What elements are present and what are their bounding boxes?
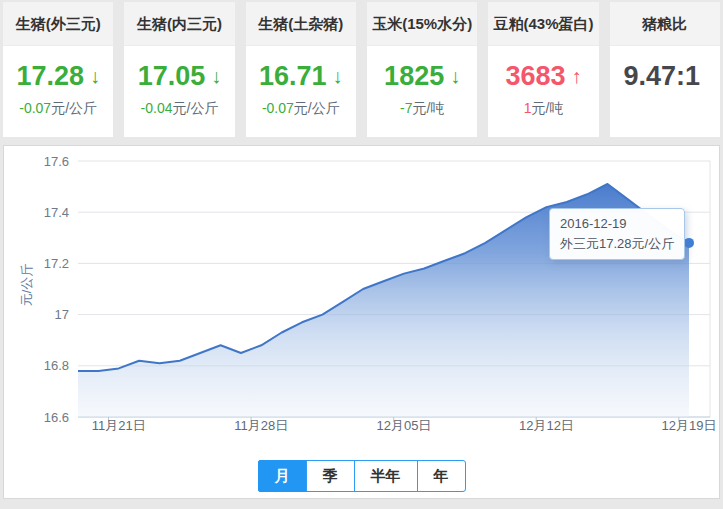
price-card-neisanyuan: 生猪(内三元) 17.05↓ -0.04元/公斤: [124, 2, 234, 137]
trend-down-icon: ↓: [333, 65, 343, 87]
trend-down-icon: ↓: [211, 65, 221, 87]
price-card-soybean-meal: 豆粕(43%蛋白) 3683↑ 1元/吨: [488, 2, 598, 137]
tab-year[interactable]: 年: [417, 460, 466, 492]
card-change: 1元/吨: [488, 100, 598, 118]
last-point-dot[interactable]: [684, 238, 694, 248]
price-card-tuzazhu: 生猪(土杂猪) 16.71↓ -0.07元/公斤: [246, 2, 356, 137]
x-tick-label: 11月28日: [234, 418, 288, 433]
card-title: 玉米(15%水分): [367, 2, 477, 46]
card-change: [610, 100, 720, 118]
card-value: 9.47:1: [624, 61, 701, 91]
period-tabs: 月 季 半年 年: [258, 460, 466, 492]
y-tick-label: 16.8: [44, 358, 69, 373]
x-tick-label: 12月19日: [662, 418, 717, 433]
y-axis-title: 元/公斤: [19, 250, 35, 320]
x-tick-label: 12月05日: [376, 418, 431, 433]
price-card-hog-grain-ratio: 猪粮比 9.47:1: [610, 2, 720, 137]
x-tick-label: 12月12日: [519, 418, 574, 433]
y-tick-label: 17.4: [44, 205, 69, 220]
card-change: -0.04元/公斤: [124, 100, 234, 118]
card-change: -0.07元/公斤: [3, 100, 113, 118]
card-title: 豆粕(43%蛋白): [488, 2, 598, 46]
card-title: 生猪(土杂猪): [246, 2, 356, 46]
card-value: 1825: [384, 61, 444, 91]
card-title: 生猪(外三元): [3, 2, 113, 46]
card-title: 生猪(内三元): [124, 2, 234, 46]
card-value: 16.71: [259, 61, 327, 91]
card-title: 猪粮比: [610, 2, 720, 46]
card-value: 3683: [505, 61, 565, 91]
tab-quarter[interactable]: 季: [306, 460, 355, 492]
price-cards-row: 生猪(外三元) 17.28↓ -0.07元/公斤 生猪(内三元) 17.05↓ …: [0, 0, 723, 137]
chart-panel: 17.617.417.21716.816.611月21日11月28日12月05日…: [3, 145, 720, 499]
y-tick-label: 17: [55, 307, 69, 322]
card-change: -7元/吨: [367, 100, 477, 118]
price-card-waisanyuan: 生猪(外三元) 17.28↓ -0.07元/公斤: [3, 2, 113, 137]
chart-tooltip: 2016-12-19 外三元17.28元/公斤: [549, 208, 685, 260]
trend-down-icon: ↓: [450, 65, 460, 87]
x-tick-label: 11月21日: [92, 418, 146, 433]
card-change: -0.07元/公斤: [246, 100, 356, 118]
tooltip-date: 2016-12-19: [560, 214, 674, 234]
tab-month[interactable]: 月: [258, 460, 307, 492]
tooltip-value: 外三元17.28元/公斤: [560, 234, 674, 254]
trend-down-icon: ↓: [90, 65, 100, 87]
y-tick-label: 16.6: [44, 410, 69, 425]
tab-half-year[interactable]: 半年: [354, 460, 418, 492]
card-value: 17.28: [16, 61, 84, 91]
y-tick-label: 17.6: [44, 154, 69, 169]
card-value: 17.05: [138, 61, 206, 91]
price-card-corn: 玉米(15%水分) 1825↓ -7元/吨: [367, 2, 477, 137]
trend-up-icon: ↑: [572, 65, 582, 87]
y-tick-label: 17.2: [44, 256, 69, 271]
price-trend-area-chart: 17.617.417.21716.816.611月21日11月28日12月05日…: [4, 146, 719, 498]
